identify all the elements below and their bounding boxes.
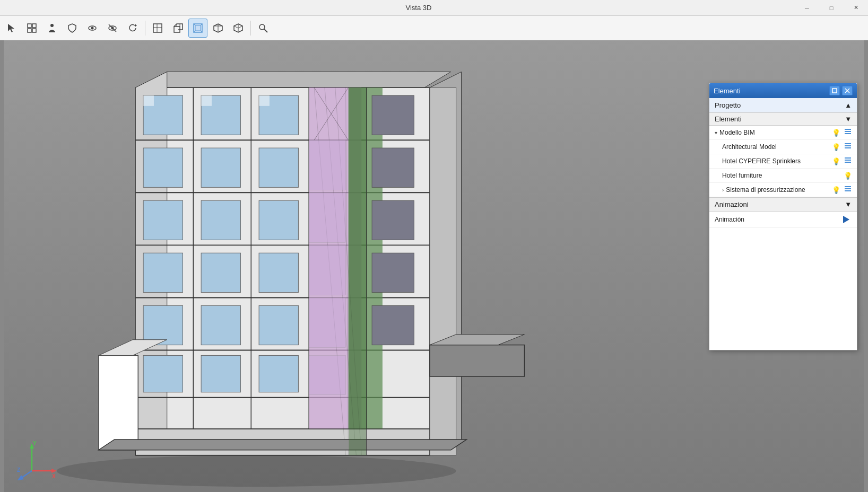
svg-rect-82 [309, 192, 345, 242]
view-wire-button[interactable] [229, 19, 248, 38]
view-perspective-button[interactable] [188, 19, 207, 38]
svg-text:X: X [52, 473, 56, 479]
view-3d-button[interactable] [168, 19, 187, 38]
svg-marker-100 [18, 475, 24, 480]
svg-point-29 [57, 455, 456, 487]
svg-rect-115 [845, 190, 851, 191]
svg-rect-76 [99, 355, 138, 450]
svg-rect-49 [372, 95, 414, 135]
hotel-furniture-icons: 💡 [843, 171, 853, 180]
svg-rect-108 [845, 145, 851, 146]
eye-button[interactable] [83, 19, 102, 38]
svg-rect-56 [259, 200, 298, 240]
svg-rect-107 [845, 129, 851, 130]
modello-bim-icons: 💡 [831, 128, 853, 137]
svg-rect-57 [372, 200, 414, 240]
modello-bim-eye-icon[interactable]: 💡 [831, 128, 841, 137]
viewport[interactable]: Y X Z Elementi Prog [0, 40, 868, 492]
animacion-label: Animación [715, 216, 841, 223]
sistema-icons: 💡 [831, 185, 853, 195]
panel-empty-area [709, 228, 857, 350]
svg-marker-30 [141, 72, 451, 87]
svg-marker-78 [99, 440, 466, 450]
animacion-play-button[interactable] [841, 214, 852, 225]
svg-rect-3 [28, 29, 31, 32]
title-bar: Vista 3D ─ □ ✕ [0, 0, 868, 16]
window-controls: ─ □ ✕ [795, 0, 868, 15]
svg-rect-52 [259, 148, 298, 187]
svg-rect-60 [259, 253, 298, 292]
architectural-model-eye-icon[interactable]: 💡 [831, 142, 841, 152]
animazioni-label: Animazioni [715, 200, 749, 208]
cursor-tool-button[interactable] [2, 19, 21, 38]
svg-line-10 [109, 24, 116, 32]
svg-rect-113 [845, 157, 851, 159]
svg-rect-109 [845, 147, 851, 148]
elementi-dropdown-row[interactable]: Elementi [709, 113, 857, 126]
svg-marker-11 [135, 24, 137, 27]
svg-rect-4 [32, 29, 36, 32]
view-box-button[interactable] [148, 19, 167, 38]
svg-line-27 [264, 29, 267, 32]
eye-off-button[interactable] [103, 19, 122, 38]
progetto-collapse-icon[interactable] [845, 101, 852, 109]
architectural-model-layer-icon[interactable] [843, 142, 853, 152]
close-button[interactable]: ✕ [844, 0, 868, 16]
window-title: Vista 3D [42, 4, 795, 12]
tree-item-modello-bim[interactable]: ▾ Modello BIM 💡 [709, 126, 857, 140]
maximize-button[interactable]: □ [819, 0, 844, 16]
architectural-model-icons: 💡 [831, 142, 853, 152]
elementi-panel: Elementi Progetto Elementi ▾ [709, 83, 857, 350]
modello-bim-label: Modello BIM [719, 129, 831, 136]
svg-rect-59 [201, 253, 240, 292]
tree-item-architectural-model[interactable]: Architectural Model 💡 [709, 140, 857, 154]
zoom-button[interactable] [254, 19, 273, 38]
hotel-furniture-eye-icon[interactable]: 💡 [843, 171, 853, 180]
panel-close-button[interactable] [842, 86, 853, 95]
svg-text:Z: Z [17, 467, 20, 473]
hotel-sprinklers-layer-icon[interactable] [843, 156, 853, 166]
svg-rect-86 [349, 87, 367, 455]
modello-bim-layer-icon[interactable] [843, 128, 853, 137]
animazioni-row[interactable]: Animazioni [709, 197, 857, 212]
person-button[interactable] [42, 19, 62, 38]
svg-point-26 [259, 24, 265, 30]
animazioni-expand-icon[interactable] [845, 200, 852, 208]
svg-rect-50 [143, 148, 183, 187]
svg-rect-51 [201, 148, 240, 187]
panel-window-controls [829, 86, 853, 95]
progetto-label: Progetto [715, 101, 741, 109]
toolbar-separator-1 [145, 21, 145, 36]
svg-rect-66 [143, 355, 183, 392]
rotate-button[interactable] [123, 19, 142, 38]
sistema-eye-icon[interactable]: 💡 [831, 185, 841, 195]
svg-rect-106 [845, 133, 851, 134]
svg-rect-87 [366, 87, 367, 455]
tree-item-hotel-sprinklers[interactable]: Hotel CYPEFIRE Sprinklers 💡 [709, 154, 857, 169]
sistema-layer-icon[interactable] [843, 185, 853, 195]
architectural-model-label: Architectural Model [722, 143, 831, 151]
svg-rect-12 [153, 24, 162, 32]
hotel-sprinklers-eye-icon[interactable]: 💡 [831, 156, 841, 166]
select-all-button[interactable] [22, 19, 41, 38]
panel-maximize-button[interactable] [829, 86, 840, 95]
tree-item-sistema-pressurizzazione[interactable]: › Sistema di pressurizzazione 💡 [709, 183, 857, 197]
svg-rect-75 [430, 87, 456, 455]
animacion-row[interactable]: Animación [709, 212, 857, 228]
tree-item-hotel-furniture[interactable]: Hotel furniture 💡 [709, 169, 857, 183]
svg-rect-53 [372, 148, 414, 187]
progetto-row[interactable]: Progetto [709, 98, 857, 113]
svg-point-5 [50, 24, 54, 27]
modello-bim-chevron[interactable]: ▾ [715, 130, 717, 136]
view-solid-button[interactable] [209, 19, 228, 38]
shield-button[interactable] [63, 19, 82, 38]
svg-rect-90 [259, 95, 270, 106]
toolbar-separator-2 [250, 21, 251, 36]
svg-rect-81 [309, 140, 345, 190]
svg-rect-62 [143, 305, 183, 345]
sistema-chevron[interactable]: › [722, 187, 724, 193]
svg-rect-114 [845, 188, 851, 189]
svg-marker-0 [8, 24, 14, 32]
minimize-button[interactable]: ─ [795, 0, 819, 16]
elementi-expand-icon[interactable] [845, 115, 852, 123]
